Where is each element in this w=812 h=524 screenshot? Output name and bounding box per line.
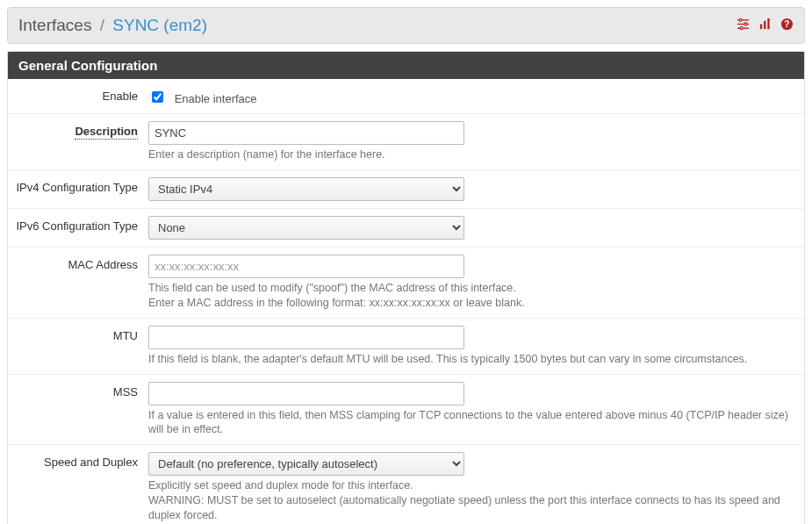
chart-icon[interactable] — [758, 18, 772, 33]
label-enable: Enable — [103, 90, 138, 103]
help-icon[interactable]: ? — [780, 18, 794, 33]
panel-general-configuration: General Configuration Enable Enable inte… — [7, 51, 805, 524]
description-input[interactable] — [148, 121, 464, 145]
label-mss: MSS — [113, 385, 138, 398]
mss-input[interactable] — [148, 382, 464, 406]
mac-address-input[interactable] — [148, 255, 464, 278]
label-mac: MAC Address — [68, 258, 138, 271]
mac-help-1: This field can be used to modify ("spoof… — [148, 281, 794, 296]
breadcrumb: Interfaces / SYNC (em2) — [18, 16, 207, 35]
breadcrumb-root[interactable]: Interfaces — [18, 16, 91, 34]
row-mac: MAC Address This field can be used to mo… — [8, 248, 804, 319]
ipv6-config-type-select[interactable]: None — [148, 216, 464, 240]
label-ipv4-type: IPv4 Configuration Type — [16, 181, 138, 194]
row-speed-duplex: Speed and Duplex Default (no preference,… — [8, 445, 804, 524]
speed-help-1: Explicitly set speed and duplex mode for… — [148, 478, 794, 493]
speed-duplex-select[interactable]: Default (no preference, typically autose… — [148, 452, 464, 476]
ipv4-config-type-select[interactable]: Static IPv4 — [148, 177, 464, 201]
row-ipv6-type: IPv6 Configuration Type None — [8, 209, 804, 248]
speed-help-2: WARNING: MUST be set to autoselect (auto… — [148, 493, 794, 523]
svg-point-5 — [740, 27, 743, 30]
page-header: Interfaces / SYNC (em2) ? — [7, 7, 805, 44]
row-mtu: MTU If this field is blank, the adapter'… — [8, 319, 804, 375]
label-mtu: MTU — [113, 329, 138, 342]
enable-interface-checkbox-label[interactable]: Enable interface — [175, 92, 257, 105]
sliders-icon[interactable] — [737, 18, 750, 33]
mac-help-2: Enter a MAC address in the following for… — [148, 296, 794, 311]
label-speed: Speed and Duplex — [44, 456, 138, 469]
svg-rect-6 — [760, 25, 762, 30]
svg-point-3 — [739, 18, 742, 21]
label-description: Description — [75, 125, 138, 140]
row-description: Description Enter a description (name) f… — [8, 114, 804, 170]
row-ipv4-type: IPv4 Configuration Type Static IPv4 — [8, 170, 804, 209]
svg-point-4 — [744, 23, 747, 25]
panel-heading-general: General Configuration — [8, 52, 804, 79]
breadcrumb-separator: / — [100, 16, 104, 34]
enable-interface-checkbox[interactable] — [152, 91, 163, 103]
mtu-help: If this field is blank, the adapter's de… — [148, 352, 794, 367]
mss-help: If a value is entered in this field, the… — [148, 408, 794, 438]
header-icon-bar: ? — [737, 18, 794, 33]
description-help: Enter a description (name) for the inter… — [148, 147, 794, 162]
row-enable: Enable Enable interface — [8, 79, 804, 114]
svg-rect-8 — [767, 18, 769, 29]
breadcrumb-current[interactable]: SYNC (em2) — [112, 16, 207, 34]
svg-rect-7 — [764, 21, 765, 29]
label-ipv6-type: IPv6 Configuration Type — [16, 219, 138, 233]
mtu-input[interactable] — [148, 326, 464, 349]
svg-text:?: ? — [784, 19, 789, 29]
row-mss: MSS If a value is entered in this field,… — [8, 375, 804, 446]
